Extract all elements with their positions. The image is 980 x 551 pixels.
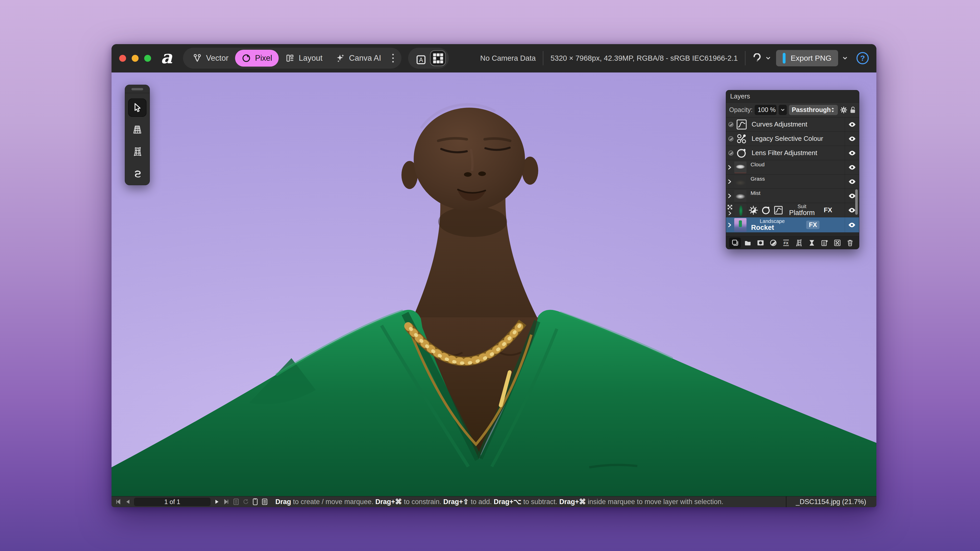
live-filter-button[interactable]: FX [780,238,792,248]
blend-mode-select[interactable]: Passthrough [789,105,838,115]
add-layer-button[interactable] [819,238,830,248]
mesh-warp-button[interactable] [793,238,805,248]
layer-name-block: Landscape Rocket [751,219,785,231]
layer-row-selective-colour[interactable]: Legacy Selective Colour [726,132,859,146]
grid-view-button[interactable] [430,50,446,66]
previous-page-button[interactable] [125,499,130,505]
layer-sublabel: Suit [797,204,806,209]
opacity-dropdown-button[interactable] [779,105,787,115]
layer-visibility-toggle[interactable] [845,175,859,189]
first-page-button[interactable] [115,499,121,505]
layer-row-mist[interactable]: Mist [726,189,859,203]
document-canvas[interactable]: Layers Opacity: 100 % Passthrough [111,73,877,496]
layer-visibility-toggle[interactable] [845,218,859,232]
persona-pixel[interactable]: Pixel [235,50,279,67]
hourglass-icon [808,239,816,247]
assistant-control[interactable] [752,53,771,63]
more-personas-button[interactable] [388,54,398,62]
fx-badge[interactable]: FX [806,221,819,229]
duplicate-layer-button[interactable] [729,238,741,248]
layer-name: Cloud [751,162,765,168]
rasterize-button[interactable] [832,238,843,248]
folder-icon [744,239,752,247]
document-filename: _DSC1154.jpg (21.7%) [796,498,866,506]
export-options-chevron[interactable] [842,56,848,61]
eye-icon [848,193,856,198]
delete-layer-button[interactable] [844,238,856,248]
expand-chevron-icon[interactable] [728,179,732,184]
layers-panel-toolbar: FX [726,236,859,249]
opacity-label: Opacity: [729,106,752,114]
snapshot-button[interactable] [806,238,818,248]
fx-label[interactable]: FX [824,206,832,214]
last-page-button[interactable] [223,499,229,505]
camera-data-label: No Camera Data [480,54,536,62]
page-indicator-field[interactable]: 1 of 1 [134,498,210,506]
help-button[interactable]: ? [856,52,869,64]
layers-scrollbar[interactable] [855,189,858,215]
layer-visibility-toggle[interactable] [845,132,859,146]
layer-list: Curves Adjustment Legacy Selective Colou… [726,118,859,236]
layer-name-block: Suit Platform [789,204,815,216]
export-png-button[interactable]: Export PNG [776,50,838,66]
move-tool-button[interactable] [128,98,146,117]
layer-row-curves[interactable]: Curves Adjustment [726,118,859,132]
liquify-tool-button[interactable] [128,164,146,183]
rotate-reset-icon[interactable] [243,499,249,505]
layer-row-grass[interactable]: Grass [726,175,859,189]
next-page-button[interactable] [214,499,220,505]
persona-layout[interactable]: Layout [279,48,329,68]
layers-panel-title: Layers [726,90,859,103]
curves-adjustment-icon[interactable] [772,203,784,218]
mesh-warp-tool-button[interactable] [128,142,146,161]
document-info-label: 5320 × 7968px, 42.39MP, RGBA/8 - sRGB IE… [550,54,738,62]
group-layers-button[interactable] [742,238,754,248]
notes-icon[interactable] [233,499,239,505]
mask-checker-icon [728,205,732,210]
mist-layer-thumbnail [734,190,746,202]
zoom-window-button[interactable] [144,55,151,62]
brightness-adjustment-icon[interactable] [747,203,759,218]
eye-icon [848,222,856,227]
auto-correct-button[interactable]: A [411,50,427,66]
svg-text:A: A [419,57,423,63]
eye-icon [848,151,856,156]
palette-drag-handle[interactable] [131,88,143,90]
new-layer-plus-icon [821,239,829,247]
fx-filter-icon: FX [782,239,790,247]
layer-name: Curves Adjustment [752,121,807,128]
layer-row-platform[interactable]: Suit Platform FX [726,203,859,218]
document-list-icon[interactable] [262,499,268,505]
expand-chevron-icon[interactable] [728,193,732,198]
expand-chevron-icon[interactable] [728,222,732,227]
layer-visibility-toggle[interactable] [845,146,859,160]
opacity-input[interactable]: 100 % [755,105,776,115]
eye-icon [848,136,856,141]
device-preview-icon[interactable] [252,498,258,505]
close-window-button[interactable] [119,55,126,62]
layer-row-cloud[interactable]: Cloud [726,160,859,175]
layer-row-lens-filter[interactable]: Lens Filter Adjustment [726,146,859,160]
mesh-warp-icon [132,146,143,157]
mask-layer-button[interactable] [755,238,767,248]
perspective-tool-button[interactable] [128,121,146,139]
layer-row-rocket-selected[interactable]: Landscape Rocket FX [726,218,859,233]
layer-name: Legacy Selective Colour [752,135,823,143]
layer-visibility-toggle[interactable] [845,160,859,174]
adjustment-button[interactable] [767,238,779,248]
layer-settings-gear-icon[interactable] [840,106,848,114]
layer-visibility-toggle[interactable] [845,118,859,131]
minimize-window-button[interactable] [132,55,138,62]
lock-icon[interactable] [850,106,856,114]
expand-chevron-icon[interactable] [728,165,732,170]
lens-adjustment-icon[interactable] [759,203,772,218]
trash-icon [846,239,854,247]
expand-chevron-icon[interactable] [728,211,732,216]
persona-vector[interactable]: Vector [186,48,235,68]
persona-pixel-label: Pixel [255,54,272,63]
stacked-layers-icon [731,239,739,247]
persona-canva-ai[interactable]: Canva AI [329,48,388,68]
palette-divider [125,93,150,93]
tool-palette [125,85,150,185]
layer-name: Mist [751,190,760,196]
